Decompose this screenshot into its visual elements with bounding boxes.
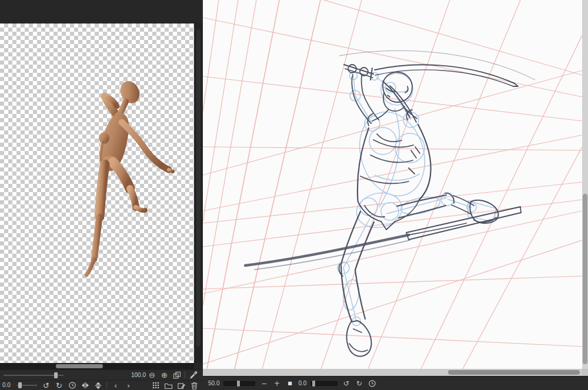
- app-window: 100.0 ⊖ ⊕ 0.0: [0, 0, 588, 390]
- subview-panel: 100.0 ⊖ ⊕ 0.0: [0, 0, 203, 390]
- edit-canvas-icon: [177, 381, 186, 390]
- stop-button[interactable]: ■: [285, 379, 294, 388]
- fit-to-view-icon: [173, 371, 181, 379]
- angle-slider[interactable]: [17, 382, 37, 389]
- decrease-button[interactable]: −: [259, 379, 268, 388]
- canvas-vertical-scrollbar-thumb[interactable]: [583, 194, 587, 364]
- toolbar-separator: [185, 372, 185, 378]
- rotate-ccw-button[interactable]: ↺: [40, 381, 52, 390]
- open-image-button[interactable]: [162, 381, 175, 390]
- flip-vertical-button[interactable]: [92, 381, 104, 390]
- reset-rotation-button[interactable]: [66, 381, 78, 390]
- canvas-left-value[interactable]: 50.0: [208, 381, 219, 386]
- trash-icon: [190, 381, 199, 390]
- rotate-cw-button[interactable]: ↻: [53, 381, 65, 390]
- canvas-redo-button[interactable]: ↻: [355, 379, 363, 388]
- model-limbs: [86, 122, 173, 275]
- subview-panel-header: [0, 0, 203, 23]
- flip-horizontal-icon: [81, 381, 90, 389]
- subview-horizontal-scrollbar-thumb[interactable]: [56, 364, 103, 368]
- canvas-horizontal-scrollbar-thumb[interactable]: [448, 370, 580, 375]
- eyedropper-button[interactable]: [187, 371, 199, 379]
- perspective-guides: [203, 0, 582, 369]
- subview-horizontal-scrollbar[interactable]: [0, 363, 194, 369]
- sketch-drawing: [203, 0, 582, 369]
- canvas-undo-button[interactable]: ↺: [342, 379, 350, 388]
- subview-vertical-scrollbar-thumb[interactable]: [196, 29, 201, 347]
- canvas-bottom-toolbar: 50.0 − + ■ 0.0 ↺ ↻: [203, 376, 588, 390]
- angle-slider-thumb[interactable]: [18, 382, 22, 388]
- scrollbar-corner: [582, 369, 588, 376]
- angle-value[interactable]: 0.0: [2, 382, 14, 388]
- delete-image-button[interactable]: [188, 381, 201, 390]
- subview-zoom-toolbar: 100.0 ⊖ ⊕: [0, 369, 203, 380]
- eyedropper-icon: [189, 371, 198, 379]
- increase-button[interactable]: +: [272, 379, 281, 388]
- flip-vertical-icon: [94, 381, 102, 390]
- canvas-right-slider[interactable]: [310, 381, 338, 386]
- fit-to-view-button[interactable]: [171, 371, 183, 379]
- canvas-left-slider[interactable]: [223, 381, 255, 386]
- subview-vertical-scrollbar[interactable]: [194, 23, 203, 363]
- next-image-button[interactable]: ›: [122, 381, 135, 390]
- folder-icon: [164, 381, 173, 390]
- canvas-right-value[interactable]: 0.0: [298, 381, 306, 386]
- toolbar-separator: [106, 382, 107, 389]
- flip-horizontal-button[interactable]: [79, 381, 91, 390]
- canvas-left-slider-thumb[interactable]: [237, 381, 240, 386]
- canvas-vertical-scrollbar[interactable]: [582, 0, 588, 369]
- subview-viewport[interactable]: [0, 23, 194, 363]
- canvas-reset-time-button[interactable]: [368, 379, 376, 388]
- zoom-value[interactable]: 100.0: [131, 372, 146, 378]
- clock-icon: [368, 379, 376, 388]
- zoom-slider[interactable]: [4, 372, 64, 379]
- zoom-in-button[interactable]: ⊕: [158, 371, 171, 379]
- clock-reset-icon: [68, 381, 76, 389]
- zoom-out-button[interactable]: ⊖: [146, 371, 158, 379]
- drawing-canvas[interactable]: [203, 0, 582, 369]
- ink-sketch: [245, 51, 535, 356]
- subview-rotate-toolbar: 0.0 ↺ ↻: [0, 380, 203, 390]
- image-list-button[interactable]: [149, 381, 162, 390]
- pose-model-figure: [0, 23, 194, 363]
- grid-dots-icon: [152, 381, 160, 389]
- canvas-right-slider-thumb[interactable]: [312, 381, 315, 386]
- canvas-horizontal-scrollbar[interactable]: [203, 369, 582, 376]
- edit-export-button[interactable]: [175, 381, 188, 390]
- zoom-slider-thumb[interactable]: [54, 372, 58, 378]
- model-head: [117, 78, 143, 113]
- previous-image-button[interactable]: ‹: [109, 381, 122, 390]
